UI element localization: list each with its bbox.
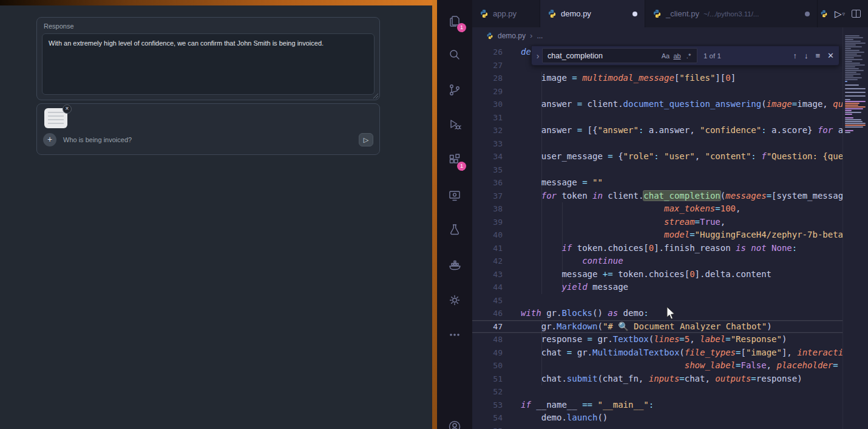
code-line[interactable]: 48 response = gr.Textbox(lines=5, label=… [472, 333, 843, 346]
code-line[interactable]: 30 answer = client.document_question_ans… [472, 98, 843, 111]
search-icon [447, 47, 462, 62]
code-line[interactable]: 34 user_message = {"role": "user", "cont… [472, 150, 843, 163]
minimap-line [845, 50, 860, 51]
next-match-button[interactable]: ↓ [804, 51, 809, 60]
tab-app-py[interactable]: app.py [472, 0, 540, 27]
add-file-button[interactable]: + [43, 133, 56, 146]
code-line[interactable]: 42 continue [472, 255, 843, 268]
code-line[interactable]: 46with gr.Blocks() as demo: [472, 307, 843, 320]
tab-bar: app.py demo.py _client.py ~/.../python3.… [472, 0, 868, 27]
code-line[interactable]: 41 if token.choices[0].finish_reason is … [472, 242, 843, 255]
extensions-button[interactable]: 1 [437, 145, 472, 174]
code-line[interactable]: 50 show_label=False, placeholder= [472, 359, 843, 372]
line-number: 54 [472, 411, 503, 425]
close-find-button[interactable]: ✕ [827, 51, 834, 60]
minimap-line [845, 95, 866, 97]
regex-toggle[interactable]: .* [683, 52, 694, 60]
breadcrumb[interactable]: demo.py › ... [472, 27, 843, 44]
code-line[interactable]: 44 yield message [472, 281, 843, 294]
activity-bar: 1 [437, 0, 472, 429]
account-button[interactable] [437, 412, 472, 429]
tab-client-py[interactable]: _client.py ~/.../python3.11/... [645, 0, 818, 27]
minimap[interactable] [843, 27, 868, 429]
code-text: demo.launch() [503, 411, 608, 425]
code-line[interactable]: 43 message += token.choices[0].delta.con… [472, 268, 843, 281]
code-line[interactable]: 35 [472, 163, 843, 177]
code-line[interactable]: 45 [472, 294, 843, 307]
minimap-line [845, 74, 861, 75]
minimap-line [845, 64, 865, 66]
code-line[interactable]: 36 message = "" [472, 176, 843, 190]
vscode-window: 1 [437, 0, 868, 429]
code-line[interactable]: 33 [472, 137, 843, 151]
code-line[interactable]: 47 gr.Markdown("# 🔍 Document Analyzer Ch… [472, 320, 843, 334]
code-line[interactable]: 28 image = multimodal_message["files"][0… [472, 72, 843, 85]
code-text: continue [503, 255, 623, 268]
line-number: 47 [472, 320, 503, 334]
code-text: chat.submit(chat_fn, inputs=chat, output… [503, 372, 802, 386]
minimap-line [845, 53, 857, 55]
code-text [503, 294, 521, 307]
tab-demo-py[interactable]: demo.py [540, 0, 645, 27]
line-number: 51 [472, 372, 503, 386]
code-line[interactable]: 55 [472, 425, 843, 429]
run-python-file-button[interactable]: ▷ ▿ [835, 9, 845, 19]
explorer-button[interactable]: 1 [437, 7, 472, 36]
remote-explorer-button[interactable] [437, 181, 472, 210]
minimap-line [845, 81, 847, 82]
code-editor: 26de2728 image = multimodal_message["fil… [472, 44, 843, 429]
code-line[interactable]: 38 max_tokens=100, [472, 202, 843, 216]
testing-button[interactable] [437, 215, 472, 244]
more-views-button[interactable] [437, 320, 472, 349]
code-text: gr.Markdown("# 🔍 Document Analyzer Chatb… [503, 320, 772, 334]
code-line[interactable]: 49 chat = gr.MultimodalTextbox(file_type… [472, 346, 843, 360]
code-line[interactable]: 31 [472, 111, 843, 125]
minimap-line [845, 117, 853, 118]
minimap-line [845, 44, 856, 46]
screen: Response With an extremely high level of… [0, 0, 868, 429]
search-button[interactable] [437, 40, 472, 69]
send-button[interactable]: ▷ [359, 133, 373, 146]
pane-divider [432, 0, 437, 429]
previous-match-button[interactable]: ↑ [793, 51, 798, 60]
find-in-selection-button[interactable]: ≡ [816, 51, 821, 60]
line-number: 39 [472, 216, 503, 229]
code-line[interactable]: 51 chat.submit(chat_fn, inputs=chat, out… [472, 372, 843, 386]
line-number: 32 [472, 124, 503, 137]
whole-word-toggle[interactable]: ab [671, 52, 683, 60]
code-text: max_tokens=100, [503, 202, 741, 216]
expand-replace-chevron[interactable]: › [534, 51, 542, 61]
find-input[interactable]: chat_completion Aa ab .* [542, 48, 697, 63]
code-line[interactable]: 29 [472, 85, 843, 98]
line-number: 55 [472, 425, 503, 429]
run-icon: ▷ [835, 9, 842, 19]
code-line[interactable]: 52 [472, 385, 843, 399]
minimap-line [845, 43, 866, 44]
gear-icon [447, 293, 462, 307]
split-editor-button[interactable] [852, 10, 861, 18]
settings-sync-button[interactable] [437, 286, 472, 315]
code-line[interactable]: 54 demo.launch() [472, 411, 843, 425]
match-case-toggle[interactable]: Aa [660, 52, 671, 60]
minimap-line [845, 112, 861, 113]
line-number: 36 [472, 176, 503, 190]
minimap-line [845, 41, 861, 42]
tab-label: _client.py [666, 9, 699, 18]
code-line[interactable]: 53if __name__ == "__main__": [472, 399, 843, 412]
debug-icon [447, 117, 462, 132]
remove-image-button[interactable]: × [63, 105, 72, 114]
minimap-line [845, 108, 863, 109]
code-lines: 26de2728 image = multimodal_message["fil… [472, 46, 843, 429]
code-line[interactable]: 39 stream=True, [472, 216, 843, 229]
source-control-button[interactable] [437, 75, 472, 105]
docker-button[interactable] [437, 251, 472, 280]
modified-dot [805, 12, 810, 16]
code-line[interactable]: 40 model="HuggingFaceH4/zephyr-7b-beta", [472, 228, 843, 242]
code-line[interactable]: 37 for token in client.chat_completion(m… [472, 190, 843, 203]
beaker-icon [447, 222, 462, 237]
chat-placeholder[interactable]: Who is being invoiced? [63, 136, 132, 143]
chevron-down-icon: ▿ [842, 11, 845, 17]
code-line[interactable]: 32 answer = [{"answer": a.answer, "confi… [472, 124, 843, 137]
response-textarea[interactable]: With an extremely high level of confiden… [42, 33, 375, 95]
run-debug-button[interactable] [437, 110, 472, 139]
